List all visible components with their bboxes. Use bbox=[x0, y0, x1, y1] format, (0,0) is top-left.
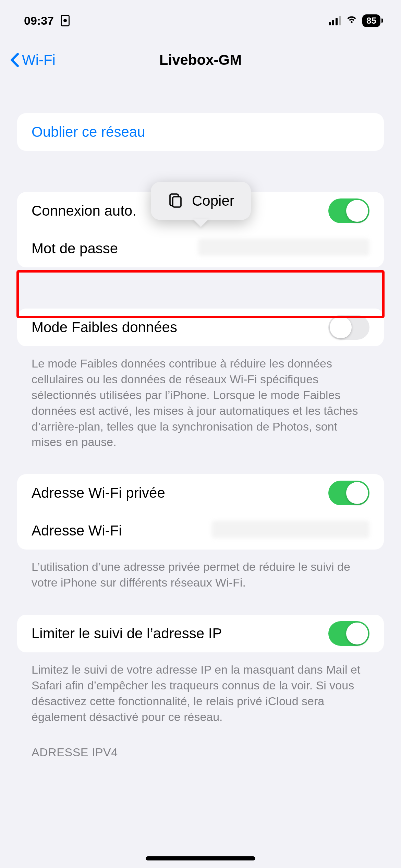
copy-popover[interactable]: Copier bbox=[151, 182, 251, 220]
forget-network-button[interactable]: Oublier ce réseau bbox=[17, 113, 384, 151]
limit-ip-group: Limiter le suivi de l’adresse IP bbox=[17, 615, 384, 652]
private-address-group: Adresse Wi-Fi privée Adresse Wi-Fi bbox=[17, 474, 384, 550]
auto-join-label: Connexion auto. bbox=[32, 203, 136, 219]
forget-label: Oublier ce réseau bbox=[32, 124, 145, 140]
copy-label: Copier bbox=[192, 193, 234, 209]
cellular-signal-icon bbox=[329, 16, 341, 25]
back-label: Wi-Fi bbox=[22, 52, 56, 68]
limit-ip-footer: Limitez le suivi de votre adresse IP en … bbox=[17, 652, 384, 725]
private-address-toggle-label: Adresse Wi-Fi privée bbox=[32, 485, 165, 501]
low-data-toggle[interactable] bbox=[328, 315, 369, 340]
forget-group: Oublier ce réseau bbox=[17, 113, 384, 151]
low-data-footer: Le mode Faibles données contribue à rédu… bbox=[17, 346, 384, 450]
copy-icon bbox=[167, 192, 184, 210]
limit-ip-label: Limiter le suivi de l’adresse IP bbox=[32, 625, 222, 642]
status-right: 85 bbox=[329, 13, 380, 28]
battery-icon: 85 bbox=[362, 14, 380, 27]
back-button[interactable]: Wi-Fi bbox=[10, 52, 56, 68]
private-address-toggle[interactable] bbox=[328, 481, 369, 505]
wifi-address-value bbox=[122, 521, 369, 541]
low-data-group: Mode Faibles données bbox=[17, 309, 384, 346]
limit-ip-row[interactable]: Limiter le suivi de l’adresse IP bbox=[17, 615, 384, 652]
password-label: Mot de passe bbox=[32, 240, 118, 257]
password-value bbox=[118, 239, 369, 259]
low-data-row[interactable]: Mode Faibles données bbox=[17, 309, 384, 346]
status-left: 09:37 bbox=[24, 14, 70, 27]
page-title: Livebox-GM bbox=[159, 52, 242, 68]
ipv4-section-header: ADRESSE IPV4 bbox=[17, 725, 384, 759]
wifi-icon bbox=[346, 13, 357, 28]
nav-bar: Wi-Fi Livebox-GM bbox=[0, 41, 401, 79]
password-row[interactable]: Mot de passe bbox=[17, 230, 384, 267]
low-data-label: Mode Faibles données bbox=[32, 319, 177, 336]
chevron-left-icon bbox=[10, 52, 19, 68]
sim-card-icon bbox=[61, 15, 70, 26]
svg-rect-0 bbox=[173, 197, 181, 207]
limit-ip-toggle[interactable] bbox=[328, 621, 369, 646]
wifi-address-row[interactable]: Adresse Wi-Fi bbox=[17, 512, 384, 550]
status-time: 09:37 bbox=[24, 14, 54, 27]
home-indicator[interactable] bbox=[146, 856, 255, 860]
wifi-address-label: Adresse Wi-Fi bbox=[32, 522, 122, 539]
status-bar: 09:37 85 bbox=[0, 0, 401, 41]
private-address-toggle-row[interactable]: Adresse Wi-Fi privée bbox=[17, 474, 384, 512]
private-address-footer: L’utilisation d’une adresse privée perme… bbox=[17, 550, 384, 591]
auto-join-toggle[interactable] bbox=[328, 198, 369, 223]
